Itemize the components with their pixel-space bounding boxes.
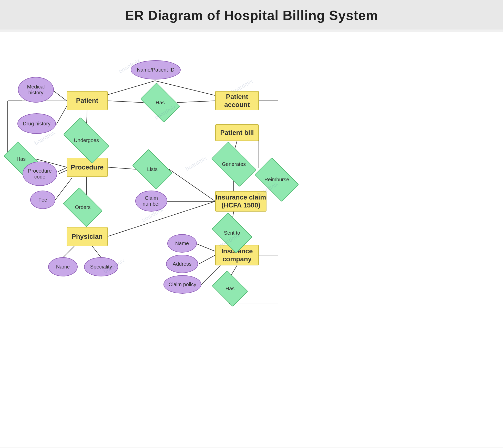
relationship-undergoes: Undergoes xyxy=(66,128,107,153)
watermark-3: boardmix xyxy=(184,155,208,172)
entity-insurance-claim: Insurance claim (HCFA 1500) xyxy=(215,191,266,212)
attribute-drug-history: Drug history xyxy=(17,113,56,134)
svg-line-5 xyxy=(56,106,67,124)
svg-line-28 xyxy=(63,246,74,258)
svg-line-2 xyxy=(108,101,143,103)
relationship-has-bottom: Has xyxy=(215,278,245,300)
relationship-lists: Lists xyxy=(135,158,169,181)
relationship-generates: Generates xyxy=(214,152,254,176)
page-title: ER Diagram of Hospital Billing System xyxy=(0,0,503,29)
attribute-physician-name: Name xyxy=(48,257,78,276)
attribute-claim-policy: Claim policy xyxy=(163,275,201,294)
attribute-fee: Fee xyxy=(30,191,55,209)
svg-line-33 xyxy=(199,255,215,264)
attribute-speciality: Speciality xyxy=(84,257,118,276)
svg-line-16 xyxy=(169,169,215,201)
entity-patient-bill: Patient bill xyxy=(215,124,259,141)
attribute-ins-address: Address xyxy=(166,255,198,273)
relationship-sent-to: Sent to xyxy=(215,221,249,244)
entity-patient-account: Patient account xyxy=(215,91,259,110)
attribute-procedure-code: Procedure code xyxy=(23,162,57,186)
diagram-area: Patient Patient account Patient bill Pro… xyxy=(0,32,503,447)
relationship-reimburse: Reimburse xyxy=(258,167,296,192)
entity-procedure: Procedure xyxy=(67,158,108,177)
svg-line-15 xyxy=(108,167,136,169)
entity-physician: Physician xyxy=(67,227,108,246)
relationship-has: Has xyxy=(143,91,177,114)
attribute-name-patient-id: Name/Patient ID xyxy=(131,60,181,79)
relationship-orders: Orders xyxy=(66,196,99,219)
svg-line-32 xyxy=(196,244,215,251)
entity-patient: Patient xyxy=(67,91,108,110)
page: ER Diagram of Hospital Billing System xyxy=(0,0,503,448)
svg-line-29 xyxy=(92,246,101,258)
svg-line-4 xyxy=(54,91,67,101)
attribute-ins-name: Name xyxy=(167,234,197,253)
attribute-medical-history: Medical history xyxy=(18,77,54,103)
svg-line-3 xyxy=(177,101,215,103)
attribute-claim-number: Claim number xyxy=(135,191,167,212)
